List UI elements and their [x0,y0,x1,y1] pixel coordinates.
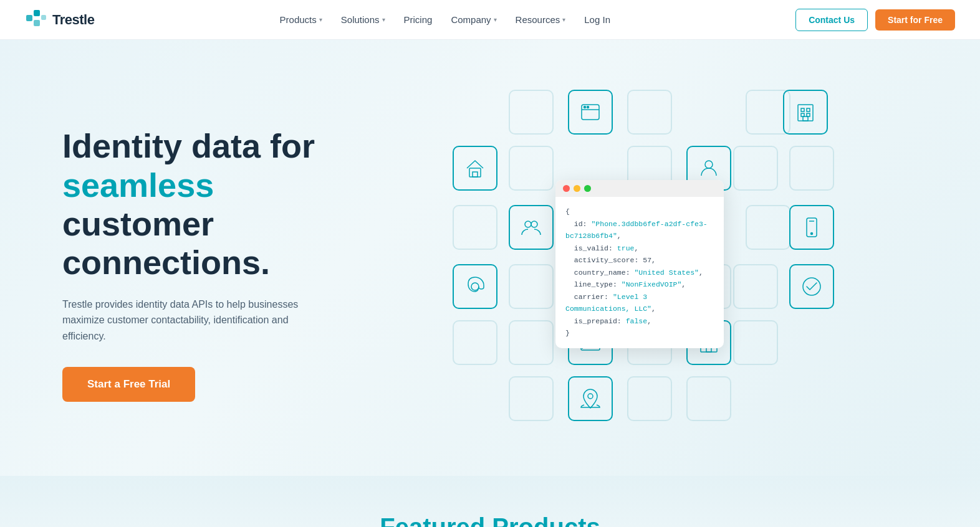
hero-section: Identity data for seamless customer conn… [0,40,980,476]
nav-link-products[interactable]: Products ▾ [272,9,330,30]
check-circle-icon [800,275,823,298]
icon-box-empty-13 [453,320,497,365]
close-dot [563,185,570,192]
nav-item-resources[interactable]: Resources ▾ [508,9,574,30]
icon-box-building-top [783,90,828,135]
svg-rect-3 [41,15,46,20]
icon-box-empty-9 [746,205,790,250]
icon-box-empty-2 [627,90,672,135]
svg-rect-13 [803,116,808,121]
nav-item-products[interactable]: Products ▾ [272,9,330,30]
location-icon [579,387,602,410]
logo-icon [25,9,47,31]
svg-point-7 [587,107,589,108]
code-window: { id: "Phone.3ddbb6fef-a2df-cfe3-bc7128b… [555,180,724,348]
chevron-down-icon: ▾ [562,16,565,23]
svg-point-6 [584,107,586,108]
nav-actions: Contact Us Start for Free [795,9,955,31]
svg-rect-15 [473,172,478,177]
minimize-dot [574,185,580,192]
svg-rect-0 [26,15,32,21]
icon-box-at [453,264,497,309]
contact-us-button[interactable]: Contact Us [795,9,868,31]
home-icon [464,157,486,179]
hero-title: Identity data for seamless customer conn… [62,126,362,281]
featured-title: Featured Products [25,513,955,527]
building-icon [794,101,817,123]
icon-box-check-circle [789,264,834,309]
svg-rect-10 [807,108,810,112]
icon-box-empty-7 [789,146,834,191]
browser-icon [579,101,602,123]
nav-item-company[interactable]: Company ▾ [443,9,504,30]
chevron-down-icon: ▾ [319,16,322,23]
svg-rect-9 [801,108,804,112]
nav-item-login[interactable]: Log In [577,9,618,30]
expand-dot [584,185,591,192]
hero-content: Identity data for seamless customer conn… [62,126,362,401]
nav-link-pricing[interactable]: Pricing [396,9,440,30]
chevron-down-icon: ▾ [494,16,497,23]
svg-point-18 [531,221,537,227]
chevron-down-icon: ▾ [382,16,385,23]
icon-box-empty-19 [686,376,731,421]
icon-box-empty-16 [733,320,778,365]
svg-point-20 [811,233,813,235]
window-bar [555,180,724,197]
icon-box-empty-4 [509,146,554,191]
person-icon [698,157,720,179]
at-icon [464,275,486,298]
icon-box-empty-8 [453,205,497,250]
featured-section: Featured Products [0,476,980,527]
svg-rect-8 [798,105,813,121]
icon-box-empty-1 [509,90,554,135]
svg-point-22 [471,283,479,290]
logo-link[interactable]: Trestle [25,9,94,31]
icon-box-browser [568,90,613,135]
svg-point-16 [705,161,713,168]
start-for-free-button[interactable]: Start for Free [875,9,955,31]
icon-box-empty-17 [509,376,554,421]
svg-point-37 [588,394,593,399]
icon-box-location [568,376,613,421]
nav-link-resources[interactable]: Resources ▾ [508,9,574,30]
nav-link-login[interactable]: Log In [577,9,618,30]
group-icon [520,216,542,239]
svg-rect-2 [34,20,40,26]
svg-rect-14 [469,168,481,177]
start-trial-button[interactable]: Start a Free Trial [62,367,195,402]
svg-rect-36 [706,348,711,352]
brand-name: Trestle [52,12,94,28]
icon-grid: { id: "Phone.3ddbb6fef-a2df-cfe3-bc7128b… [453,90,839,439]
icon-box-home [453,146,497,191]
icon-box-empty-6 [733,146,778,191]
navbar: Trestle Products ▾ Solutions ▾ Pricing C… [0,0,980,40]
nav-link-company[interactable]: Company ▾ [443,9,504,30]
nav-item-pricing[interactable]: Pricing [396,9,440,30]
nav-links: Products ▾ Solutions ▾ Pricing Company ▾… [272,9,618,30]
icon-box-empty-18 [627,376,672,421]
icon-box-mobile [789,205,834,250]
nav-item-solutions[interactable]: Solutions ▾ [334,9,393,30]
hero-illustration: { id: "Phone.3ddbb6fef-a2df-cfe3-bc7128b… [362,77,930,451]
nav-link-solutions[interactable]: Solutions ▾ [334,9,393,30]
icon-box-group [509,205,554,250]
svg-point-17 [525,221,531,227]
hero-description: Trestle provides identity data APIs to h… [62,297,324,344]
icon-box-empty-14 [509,320,554,365]
icon-box-empty-10 [509,264,554,309]
svg-rect-1 [34,10,40,16]
icon-box-empty-12 [733,264,778,309]
svg-point-23 [803,278,820,295]
code-body: { id: "Phone.3ddbb6fef-a2df-cfe3-bc7128b… [555,197,724,348]
mobile-icon [800,216,823,239]
